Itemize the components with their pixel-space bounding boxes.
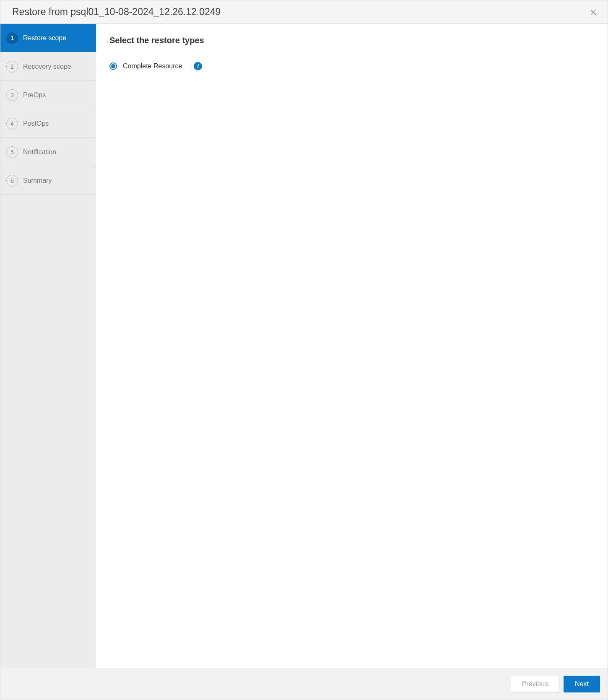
content-title: Select the restore types bbox=[109, 36, 594, 45]
step-number: 2 bbox=[6, 61, 18, 73]
step-number: 3 bbox=[6, 89, 18, 101]
restore-modal: Restore from psql01_10-08-2024_12.26.12.… bbox=[0, 0, 608, 700]
modal-title: Restore from psql01_10-08-2024_12.26.12.… bbox=[12, 6, 221, 18]
step-label: PostOps bbox=[23, 120, 49, 127]
restore-type-option: Complete Resource i bbox=[109, 62, 594, 70]
step-summary[interactable]: 6 Summary bbox=[0, 166, 96, 195]
complete-resource-label: Complete Resource bbox=[123, 62, 182, 70]
step-label: PreOps bbox=[23, 91, 46, 99]
info-icon[interactable]: i bbox=[194, 62, 202, 70]
step-label: Restore scope bbox=[23, 34, 66, 42]
modal-body: 1 Restore scope 2 Recovery scope 3 PreOp… bbox=[0, 24, 608, 668]
modal-header: Restore from psql01_10-08-2024_12.26.12.… bbox=[0, 0, 608, 24]
content-panel: Select the restore types Complete Resour… bbox=[96, 24, 608, 668]
complete-resource-radio[interactable] bbox=[109, 62, 117, 70]
close-icon bbox=[589, 8, 598, 16]
step-label: Recovery scope bbox=[23, 63, 71, 70]
step-number: 4 bbox=[6, 118, 18, 130]
step-number: 6 bbox=[6, 175, 18, 187]
previous-button[interactable]: Previous bbox=[511, 676, 559, 692]
radio-checked-icon bbox=[111, 64, 115, 68]
wizard-sidebar: 1 Restore scope 2 Recovery scope 3 PreOp… bbox=[0, 24, 96, 668]
step-recovery-scope[interactable]: 2 Recovery scope bbox=[0, 52, 96, 81]
step-postops[interactable]: 4 PostOps bbox=[0, 109, 96, 138]
step-number: 1 bbox=[6, 32, 18, 44]
step-preops[interactable]: 3 PreOps bbox=[0, 81, 96, 109]
step-notification[interactable]: 5 Notification bbox=[0, 138, 96, 166]
modal-footer: Previous Next bbox=[0, 668, 608, 700]
next-button[interactable]: Next bbox=[564, 676, 600, 692]
step-number: 5 bbox=[6, 146, 18, 158]
close-button[interactable] bbox=[587, 6, 599, 18]
step-label: Notification bbox=[23, 148, 56, 156]
step-label: Summary bbox=[23, 177, 52, 184]
step-restore-scope[interactable]: 1 Restore scope bbox=[0, 24, 96, 52]
